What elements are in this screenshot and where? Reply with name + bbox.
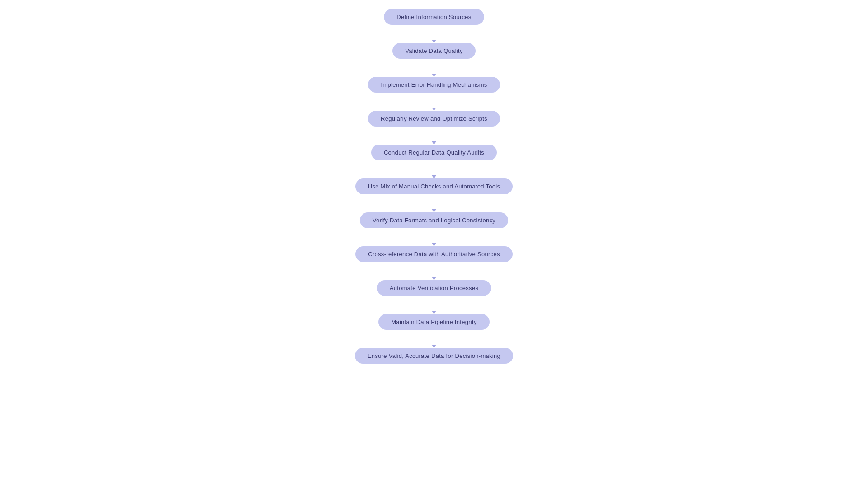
flow-arrow-7 — [434, 228, 434, 246]
flow-arrow-6 — [434, 194, 434, 212]
flowchart: Define Information SourcesValidate Data … — [0, 0, 868, 364]
node-7: Verify Data Formats and Logical Consiste… — [360, 212, 508, 228]
flow-arrow-4 — [434, 127, 434, 145]
node-11: Ensure Valid, Accurate Data for Decision… — [355, 348, 513, 364]
node-8: Cross-reference Data with Authoritative … — [355, 246, 513, 262]
node-1: Define Information Sources — [384, 9, 484, 25]
node-5: Conduct Regular Data Quality Audits — [371, 145, 497, 160]
node-9: Automate Verification Processes — [377, 280, 491, 296]
node-10: Maintain Data Pipeline Integrity — [378, 314, 490, 330]
node-6: Use Mix of Manual Checks and Automated T… — [355, 178, 513, 194]
flow-arrow-8 — [434, 262, 434, 280]
node-4: Regularly Review and Optimize Scripts — [368, 111, 500, 127]
node-2: Validate Data Quality — [392, 43, 475, 59]
flow-arrow-5 — [434, 160, 434, 178]
flow-arrow-3 — [434, 93, 434, 111]
flow-arrow-2 — [434, 59, 434, 77]
flow-arrow-10 — [434, 330, 434, 348]
flow-arrow-9 — [434, 296, 434, 314]
node-3: Implement Error Handling Mechanisms — [368, 77, 500, 93]
flow-arrow-1 — [434, 25, 434, 43]
